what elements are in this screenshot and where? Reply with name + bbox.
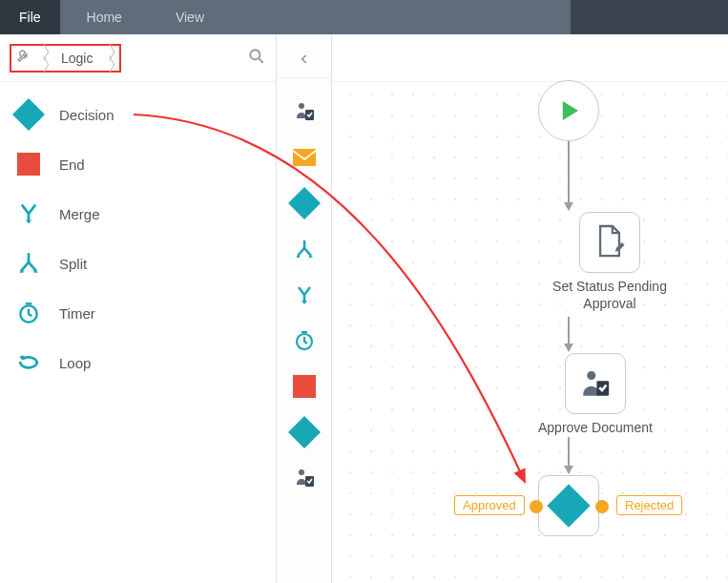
timer-icon (15, 300, 42, 326)
svg-marker-11 (302, 301, 307, 304)
mail-icon[interactable] (292, 145, 317, 170)
branch-label-rejected[interactable]: Rejected (616, 495, 682, 515)
merge-icon (15, 200, 42, 227)
decision-icon[interactable] (292, 420, 317, 445)
svg-point-6 (299, 103, 304, 109)
split-icon[interactable] (292, 237, 317, 261)
breadcrumb[interactable]: Logic (10, 44, 121, 73)
decision-node[interactable] (538, 475, 599, 536)
decision-icon (15, 101, 42, 128)
breadcrumb-label: Logic (55, 51, 98, 66)
toolstrip (277, 34, 332, 583)
output-port-left[interactable] (530, 500, 543, 513)
palette-item-end[interactable]: End (0, 139, 276, 189)
edge (568, 317, 570, 351)
palette-item-timer[interactable]: Timer (0, 288, 276, 338)
menu-file[interactable]: File (0, 0, 60, 34)
svg-line-1 (260, 58, 263, 62)
svg-point-16 (587, 371, 595, 380)
decision-icon[interactable] (292, 191, 317, 216)
sidebar: Logic Decision End Merge (0, 34, 277, 583)
wrench-icon (15, 48, 32, 69)
node-label: Approve Document (538, 420, 653, 437)
chevron-right-icon (38, 45, 50, 72)
merge-icon[interactable] (292, 282, 317, 307)
user-approve-icon (579, 367, 612, 400)
svg-point-0 (250, 50, 260, 59)
palette-item-label: Split (59, 256, 87, 272)
end-icon[interactable] (292, 374, 317, 399)
task-icon[interactable] (292, 466, 317, 490)
workflow-canvas[interactable]: Set Status Pending Approval Approve Docu… (332, 34, 728, 583)
end-icon (15, 151, 42, 177)
output-port-right[interactable] (595, 500, 609, 513)
palette-item-label: Timer (59, 305, 95, 322)
edge (568, 141, 570, 210)
palette-item-split[interactable]: Split (0, 239, 276, 288)
menu-view[interactable]: View (149, 0, 231, 34)
palette-item-loop[interactable]: Loop (0, 338, 276, 387)
palette-list: Decision End Merge Split (0, 82, 276, 395)
start-node[interactable] (538, 80, 599, 141)
document-edit-icon (593, 223, 626, 261)
branch-label-approved[interactable]: Approved (454, 495, 525, 515)
collapse-button[interactable] (277, 40, 331, 78)
task-node-approve[interactable]: Approve Document (538, 353, 653, 437)
palette-item-label: Decision (59, 107, 114, 123)
task-icon[interactable] (292, 99, 317, 124)
palette-item-merge[interactable]: Merge (0, 189, 276, 239)
timer-icon[interactable] (292, 328, 317, 353)
chevron-right-icon (104, 45, 115, 72)
edge (568, 437, 570, 473)
palette-item-label: Merge (59, 206, 100, 222)
task-node-set-status[interactable]: Set Status Pending Approval (538, 212, 681, 312)
breadcrumb-bar: Logic (0, 34, 276, 82)
menu-home[interactable]: Home (60, 0, 149, 34)
loop-icon (15, 349, 42, 376)
play-icon (554, 96, 583, 125)
decision-icon (547, 484, 590, 527)
split-icon (15, 250, 42, 277)
search-icon[interactable] (247, 47, 266, 70)
menu-bar: File Home View (0, 0, 728, 34)
svg-point-13 (299, 469, 304, 475)
palette-item-label: End (59, 156, 85, 173)
menu-spacer (571, 0, 728, 34)
svg-marker-15 (563, 101, 578, 120)
node-label: Set Status Pending Approval (538, 279, 681, 312)
svg-rect-8 (293, 149, 316, 166)
palette-item-decision[interactable]: Decision (0, 90, 276, 139)
palette-item-label: Loop (59, 355, 91, 371)
